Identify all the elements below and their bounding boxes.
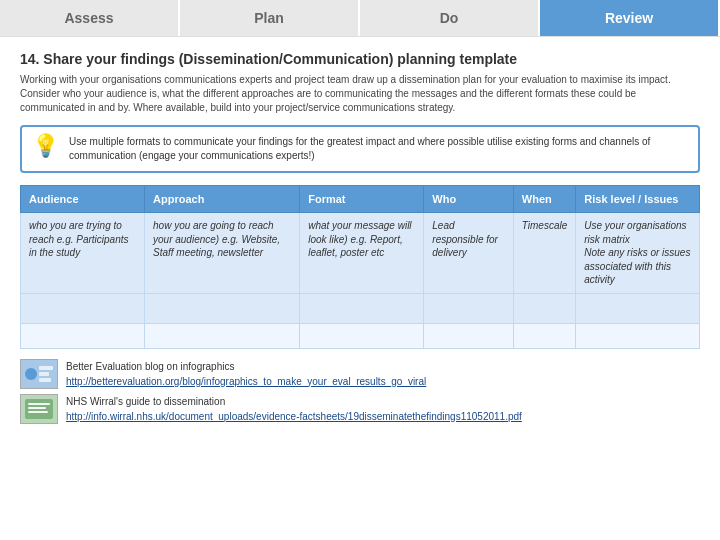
footer-title-2: NHS Wirral's guide to dissemination — [66, 394, 522, 409]
cell-audience-1: who you are trying to reach e.g. Partici… — [21, 213, 145, 294]
cell-audience-3 — [21, 323, 145, 348]
col-who: Who — [424, 186, 514, 213]
svg-rect-8 — [28, 407, 46, 409]
svg-rect-3 — [39, 372, 49, 376]
svg-rect-4 — [39, 378, 51, 382]
svg-rect-9 — [28, 411, 48, 413]
footer-url-1[interactable]: http://betterevaluation.org/blog/infogra… — [66, 376, 426, 387]
footer-link-1: Better Evaluation blog on infographics h… — [20, 359, 700, 389]
footer-link-block-1: Better Evaluation blog on infographics h… — [66, 359, 426, 389]
cell-audience-2 — [21, 293, 145, 323]
planning-table: Audience Approach Format Who When Risk l… — [20, 185, 700, 349]
nav-plan[interactable]: Plan — [180, 0, 360, 36]
col-approach: Approach — [145, 186, 300, 213]
table-header-row: Audience Approach Format Who When Risk l… — [21, 186, 700, 213]
footer-title-1: Better Evaluation blog on infographics — [66, 359, 426, 374]
table-row-1: who you are trying to reach e.g. Partici… — [21, 213, 700, 294]
nav-assess[interactable]: Assess — [0, 0, 180, 36]
cell-risk-3 — [576, 323, 700, 348]
cell-when-3 — [513, 323, 575, 348]
col-audience: Audience — [21, 186, 145, 213]
page-title: 14. Share your findings (Dissemination/C… — [20, 51, 700, 67]
footer-thumbnail-2 — [20, 394, 58, 424]
footer-thumbnail-1 — [20, 359, 58, 389]
table-row-2 — [21, 293, 700, 323]
cell-who-1: Lead responsible for delivery — [424, 213, 514, 294]
col-when: When — [513, 186, 575, 213]
main-content: 14. Share your findings (Dissemination/C… — [0, 37, 720, 439]
svg-rect-7 — [28, 403, 50, 405]
nav-do[interactable]: Do — [360, 0, 540, 36]
table-row-3 — [21, 323, 700, 348]
page-description: Working with your organisations communic… — [20, 73, 700, 115]
footer-link-2: NHS Wirral's guide to dissemination http… — [20, 394, 700, 424]
svg-rect-2 — [39, 366, 53, 370]
col-format: Format — [300, 186, 424, 213]
tip-text: Use multiple formats to communicate your… — [69, 135, 688, 163]
cell-approach-1: how you are going to reach your audience… — [145, 213, 300, 294]
cell-who-2 — [424, 293, 514, 323]
cell-risk-1: Use your organisations risk matrix Note … — [576, 213, 700, 294]
cell-format-2 — [300, 293, 424, 323]
cell-when-2 — [513, 293, 575, 323]
svg-point-1 — [25, 368, 37, 380]
cell-approach-3 — [145, 323, 300, 348]
cell-when-1: Timescale — [513, 213, 575, 294]
cell-risk-2 — [576, 293, 700, 323]
nav-review[interactable]: Review — [540, 0, 720, 36]
tip-box: 💡 Use multiple formats to communicate yo… — [20, 125, 700, 173]
cell-approach-2 — [145, 293, 300, 323]
cell-format-3 — [300, 323, 424, 348]
footer-url-2[interactable]: http://info.wirral.nhs.uk/document_uploa… — [66, 411, 522, 422]
top-navigation: Assess Plan Do Review — [0, 0, 720, 37]
footer-link-block-2: NHS Wirral's guide to dissemination http… — [66, 394, 522, 424]
cell-format-1: what your message will look like) e.g. R… — [300, 213, 424, 294]
lightbulb-icon: 💡 — [32, 135, 59, 157]
col-risk: Risk level / Issues — [576, 186, 700, 213]
cell-who-3 — [424, 323, 514, 348]
